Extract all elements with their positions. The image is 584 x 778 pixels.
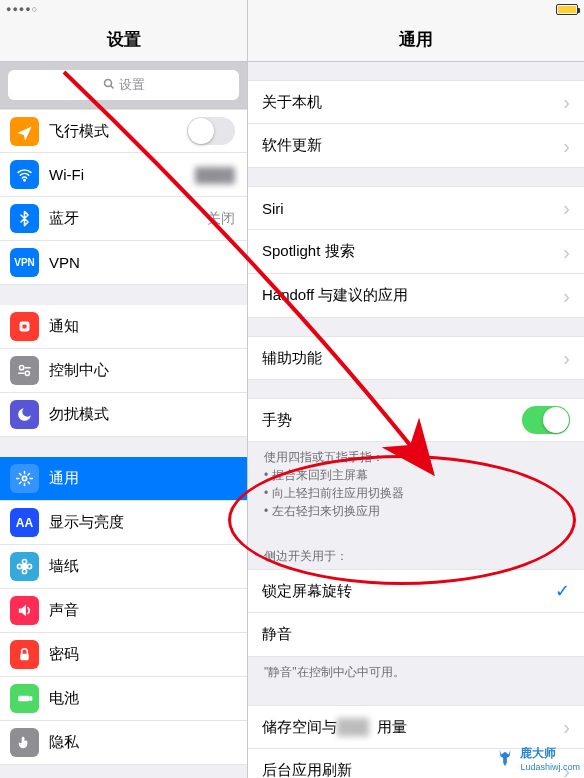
row-siri[interactable]: Siri› xyxy=(248,186,584,230)
chevron-right-icon: › xyxy=(563,348,570,368)
search-input[interactable]: 设置 xyxy=(8,70,239,100)
sidebar-item-label: 飞行模式 xyxy=(49,122,109,141)
sidebar-item-dnd[interactable]: 勿扰模式 xyxy=(0,393,247,437)
search-icon xyxy=(103,78,115,93)
svg-rect-15 xyxy=(20,654,29,660)
row-label: 软件更新 xyxy=(262,136,557,155)
sidebar-item-passcode[interactable]: 密码 xyxy=(0,633,247,677)
svg-point-0 xyxy=(104,79,111,86)
section-footer: 使用四指或五指手指：• 捏合来回到主屏幕• 向上轻扫前往应用切换器• 左右轻扫来… xyxy=(248,442,584,526)
sidebar-item-value: ████ xyxy=(195,167,235,183)
sidebar-item-general[interactable]: 通用 xyxy=(0,457,247,501)
flower-icon xyxy=(10,552,39,581)
row-lock-rotation[interactable]: 锁定屏幕旋转✓ xyxy=(248,569,584,613)
row-label: 辅助功能 xyxy=(262,349,557,368)
sidebar-item-label: 隐私 xyxy=(49,733,79,752)
general-pane: 通用 关于本机›软件更新›Siri›Spotlight 搜索›Handoff 与… xyxy=(248,0,584,778)
sidebar-item-battery[interactable]: 电池 xyxy=(0,677,247,721)
sidebar-item-label: 显示与亮度 xyxy=(49,513,124,532)
status-bar-left: ●●●●○ xyxy=(0,0,247,18)
svg-point-13 xyxy=(17,564,21,568)
row-accessibility[interactable]: 辅助功能› xyxy=(248,336,584,380)
sidebar-item-vpn[interactable]: VPNVPN xyxy=(0,241,247,285)
check-icon: ✓ xyxy=(555,580,570,602)
row-mute[interactable]: 静音 xyxy=(248,613,584,657)
speaker-icon xyxy=(10,596,39,625)
chevron-right-icon: › xyxy=(563,136,570,156)
svg-point-5 xyxy=(20,366,24,370)
signal-dots-icon: ●●●●○ xyxy=(6,4,38,14)
airplane-icon xyxy=(10,117,39,146)
sidebar-item-label: 通用 xyxy=(49,469,79,488)
sidebar-item-wifi[interactable]: Wi-Fi████ xyxy=(0,153,247,197)
sidebar-item-label: 墙纸 xyxy=(49,557,79,576)
row-label: 关于本机 xyxy=(262,93,557,112)
row-about[interactable]: 关于本机› xyxy=(248,80,584,124)
battery-icon xyxy=(10,684,39,713)
sidebar-item-control-center[interactable]: 控制中心 xyxy=(0,349,247,393)
general-title: 通用 xyxy=(248,18,584,62)
svg-rect-4 xyxy=(22,324,28,330)
sidebar-item-label: 控制中心 xyxy=(49,361,109,380)
toggle[interactable] xyxy=(187,117,235,145)
sidebar-item-privacy[interactable]: 隐私 xyxy=(0,721,247,765)
settings-title: 设置 xyxy=(0,18,247,62)
section-footer: "静音"在控制中心中可用。 xyxy=(248,657,584,687)
wifi-icon xyxy=(10,160,39,189)
vpn-icon: VPN xyxy=(10,248,39,277)
chevron-right-icon: › xyxy=(563,242,570,262)
gear-icon xyxy=(10,464,39,493)
row-label: 手势 xyxy=(262,411,522,430)
bluetooth-icon xyxy=(10,204,39,233)
search-placeholder: 设置 xyxy=(119,76,145,94)
sidebar-item-wallpaper[interactable]: 墙纸 xyxy=(0,545,247,589)
status-bar-right xyxy=(248,0,584,18)
sidebar-item-display[interactable]: AA显示与亮度 xyxy=(0,501,247,545)
row-label: Siri xyxy=(262,200,557,217)
watermark-url: Ludashiwj.com xyxy=(520,762,580,772)
section-header: 侧边开关用于： xyxy=(248,544,584,569)
row-label: 锁定屏幕旋转 xyxy=(262,582,555,601)
chevron-right-icon: › xyxy=(563,198,570,218)
svg-point-7 xyxy=(25,371,29,375)
svg-rect-17 xyxy=(30,697,31,700)
chevron-right-icon: › xyxy=(563,92,570,112)
chevron-right-icon: › xyxy=(563,717,570,737)
row-label: Spotlight 搜索 xyxy=(262,242,557,261)
settings-title-label: 设置 xyxy=(107,28,141,51)
hand-icon xyxy=(10,728,39,757)
deer-icon xyxy=(494,748,516,770)
sidebar-item-label: Wi-Fi xyxy=(49,166,84,183)
chevron-right-icon: › xyxy=(563,286,570,306)
AA-icon: AA xyxy=(10,508,39,537)
sidebar-item-value: 关闭 xyxy=(207,210,235,228)
svg-point-12 xyxy=(22,569,26,573)
row-label: 静音 xyxy=(262,625,570,644)
svg-rect-16 xyxy=(18,696,29,702)
row-software-update[interactable]: 软件更新› xyxy=(248,124,584,168)
toggle[interactable] xyxy=(522,406,570,434)
sidebar-item-label: 勿扰模式 xyxy=(49,405,109,424)
battery-icon xyxy=(556,4,578,15)
row-label: 储存空间与███用量 xyxy=(262,718,557,737)
sidebar-item-label: 蓝牙 xyxy=(49,209,79,228)
sidebar-item-notifications[interactable]: 通知 xyxy=(0,305,247,349)
row-handoff[interactable]: Handoff 与建议的应用› xyxy=(248,274,584,318)
row-gestures[interactable]: 手势 xyxy=(248,398,584,442)
sidebar-item-airplane-mode[interactable]: 飞行模式 xyxy=(0,109,247,153)
bell-icon xyxy=(10,312,39,341)
row-storage[interactable]: 储存空间与███用量› xyxy=(248,705,584,749)
watermark-brand: 鹿大师 xyxy=(520,746,556,760)
svg-point-11 xyxy=(22,559,26,563)
sidebar-item-label: VPN xyxy=(49,254,80,271)
watermark: 鹿大师 Ludashiwj.com xyxy=(494,745,580,772)
sidebar-item-bluetooth[interactable]: 蓝牙关闭 xyxy=(0,197,247,241)
svg-line-1 xyxy=(110,85,113,88)
row-spotlight[interactable]: Spotlight 搜索› xyxy=(248,230,584,274)
row-label: Handoff 与建议的应用 xyxy=(262,286,557,305)
lock-icon xyxy=(10,640,39,669)
moon-icon xyxy=(10,400,39,429)
sidebar-item-label: 密码 xyxy=(49,645,79,664)
sidebar-item-sounds[interactable]: 声音 xyxy=(0,589,247,633)
switches-icon xyxy=(10,356,39,385)
